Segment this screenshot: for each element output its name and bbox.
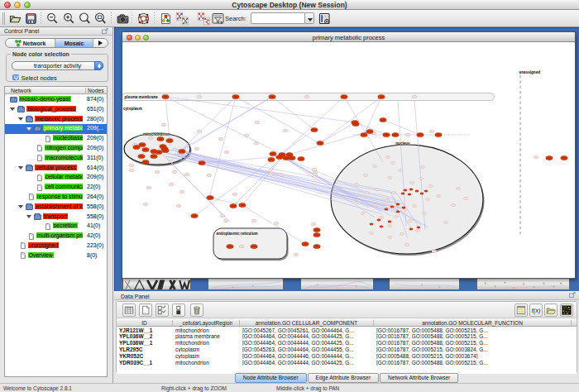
network-copy-icon[interactable] — [197, 12, 211, 26]
column-header[interactable]: _cellularLayoutRegion — [173, 320, 240, 327]
tree-row[interactable]: nucleobase-contain209(0) — [5, 134, 107, 144]
background-window[interactable] — [300, 278, 374, 289]
new-attribute-icon[interactable] — [139, 304, 152, 317]
tree-row[interactable]: mosaic-demo-yeast874(0) — [5, 95, 107, 105]
zoom-in-icon[interactable] — [62, 12, 76, 26]
background-window[interactable] — [389, 278, 460, 289]
save-icon[interactable] — [24, 12, 38, 26]
tree-row[interactable]: biological_process651(0) — [5, 104, 107, 114]
column-header[interactable]: ID — [117, 320, 173, 327]
network-edge — [283, 131, 370, 156]
status-bar: Welcome to Cytoscape 2.8.1Right-click + … — [0, 383, 579, 392]
table-row[interactable]: YKR052Ccytoplasm[GO:0044464, GO:0044446,… — [117, 353, 577, 360]
network-node[interactable] — [415, 190, 419, 193]
delete-attribute-icon[interactable] — [190, 304, 203, 317]
attribute-list-icon[interactable] — [514, 304, 528, 317]
search-config-icon[interactable] — [318, 12, 332, 26]
column-header[interactable]: annotation.GO MOLECULAR_FUNCTION — [374, 320, 572, 327]
network-node[interactable] — [396, 203, 400, 206]
float-panel-icon[interactable] — [102, 28, 108, 34]
toolbar-grip — [2, 12, 5, 25]
tree-header-nodes[interactable]: Nodes — [85, 88, 104, 94]
import-attributes-icon[interactable] — [544, 304, 557, 317]
attribute-mod-icon[interactable] — [172, 304, 185, 317]
tree-row[interactable]: cell communicati22(0) — [5, 183, 107, 193]
tree-row[interactable]: primary metabolic proc209(... — [5, 124, 107, 134]
tree-label-clip: unassigned — [5, 241, 83, 251]
network-node[interactable] — [409, 189, 413, 191]
network-node[interactable] — [370, 223, 373, 226]
network-node[interactable] — [409, 228, 413, 231]
network-canvas[interactable]: plasma membranecytoplasmmitochondrionnuc… — [122, 42, 575, 278]
search-dropdown-button[interactable] — [305, 12, 314, 24]
tab-node-attribute-browser[interactable]: Node Attribute Browser — [235, 373, 307, 383]
nucleus-compartment[interactable] — [331, 145, 483, 254]
snapshot-icon[interactable] — [116, 12, 130, 26]
network-node[interactable] — [396, 211, 400, 213]
tree-row[interactable]: cellular metaboli209(0) — [5, 173, 107, 183]
tree-row[interactable]: cellular process614(0) — [5, 163, 107, 173]
network-node[interactable] — [402, 207, 405, 209]
annotation-icon[interactable] — [211, 12, 225, 26]
app-titlebar[interactable]: Cytoscape Desktop (New Session) — [0, 0, 579, 10]
open-file-icon[interactable] — [8, 12, 22, 26]
attribute-table-header[interactable]: ID_cellularLayoutRegionannotation.GO CEL… — [117, 319, 577, 327]
background-window[interactable] — [208, 278, 284, 289]
network-node[interactable] — [417, 227, 420, 229]
tab-network-attribute-browser[interactable]: Network Attribute Browser — [380, 373, 458, 383]
network-node[interactable] — [408, 194, 411, 196]
network-node[interactable] — [385, 208, 388, 211]
tree-row[interactable]: nitrogen compoun209(0) — [5, 143, 107, 153]
network-view-window[interactable]: primary metabolic process plasma membran… — [122, 31, 576, 279]
tree-row[interactable]: metabolic process280(0) — [5, 114, 107, 124]
tree-row[interactable]: establishment of loc558(0) — [5, 202, 107, 212]
function-builder-icon[interactable]: f(x) — [529, 304, 543, 317]
float-panel-icon[interactable] — [569, 292, 576, 298]
table-row[interactable]: YDR039C__1mitochondrion[GO:0044464, GO:0… — [117, 359, 577, 366]
table-row[interactable]: YPL036W__1mitochondrion[GO:0044464, GO:0… — [117, 340, 577, 347]
tab-network[interactable]: Network — [6, 39, 55, 47]
tree-item-count: 41(0) — [84, 222, 108, 228]
network-node[interactable] — [401, 193, 404, 195]
help-icon[interactable] — [136, 12, 151, 26]
select-nodes-checkbox[interactable] — [12, 74, 19, 81]
matrix-heatmap-icon[interactable] — [560, 304, 573, 317]
network-view-icon[interactable] — [175, 12, 189, 26]
background-window[interactable] — [476, 278, 570, 289]
tab-edge-attribute-browser[interactable]: Edge Attribute Browser — [308, 373, 379, 383]
combo-stepper-icon[interactable] — [94, 61, 103, 70]
network-node[interactable] — [424, 190, 428, 193]
network-node[interactable] — [377, 219, 380, 222]
network-node[interactable] — [388, 221, 391, 223]
network-tree-header[interactable]: Network Nodes — [5, 87, 107, 94]
attribute-batch-icon[interactable] — [156, 304, 169, 317]
search-input[interactable] — [251, 12, 305, 24]
zoom-out-icon[interactable] — [45, 12, 60, 26]
network-node[interactable] — [380, 226, 383, 228]
table-cell: YKR052C — [117, 353, 173, 359]
tree-row[interactable]: macromolecule m311(0) — [5, 153, 107, 163]
network-node[interactable] — [420, 193, 423, 195]
table-row[interactable]: YJR121W__1mitochondrion[GO:0045267, GO:0… — [117, 327, 577, 333]
tree-row[interactable]: unassigned223(0) — [5, 241, 107, 251]
network-window-titlebar[interactable]: primary metabolic process — [122, 32, 575, 42]
vizmapper-icon[interactable] — [159, 12, 173, 26]
tab-overflow-button[interactable] — [93, 39, 108, 47]
tree-row[interactable]: multi-organism pro42(0) — [5, 232, 107, 241]
tree-row[interactable]: response to stimulu264(0) — [5, 192, 107, 202]
table-row[interactable]: YPL036W__2plasma membrane[GO:0044464, GO… — [117, 333, 577, 340]
tree-row[interactable]: secretion41(0) — [5, 222, 107, 232]
network-node[interactable] — [404, 189, 407, 192]
table-row[interactable]: YLR295Ccytoplasm[GO:0045263, GO:0044464,… — [117, 347, 577, 353]
background-window[interactable] — [122, 278, 191, 289]
tab-mosaic[interactable]: Mosaic — [55, 39, 93, 47]
tree-row[interactable]: transport558(0) — [5, 212, 107, 222]
attribute-select-icon[interactable] — [122, 304, 136, 317]
zoom-fit-icon[interactable] — [93, 12, 108, 26]
tree-row[interactable]: Overview8(0) — [5, 251, 107, 261]
network-node[interactable] — [390, 206, 394, 208]
tree-header-network[interactable]: Network — [11, 88, 31, 93]
column-header[interactable]: annotation.GO CELLULAR_COMPONENT — [240, 320, 374, 327]
node-color-combobox[interactable]: transporter activity — [12, 61, 103, 70]
zoom-selected-icon[interactable] — [78, 12, 92, 26]
